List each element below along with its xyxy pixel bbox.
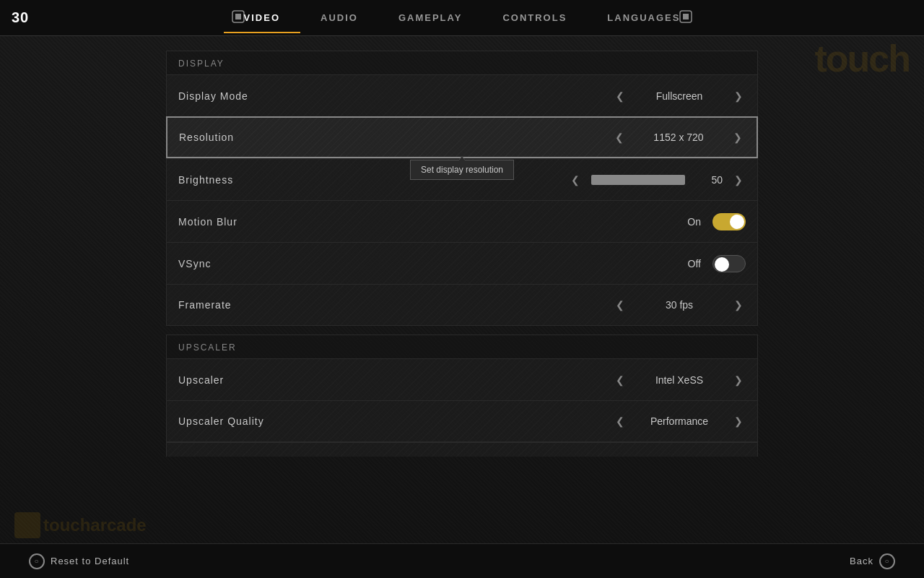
framerate-arrow-left[interactable]: ❮ [613, 299, 627, 311]
settings-row-motion-blur[interactable]: Motion Blur On [166, 200, 758, 242]
settings-row-framerate[interactable]: Framerate ❮ 30 fps ❯ [166, 284, 758, 326]
motion-blur-label: Motion Blur [178, 216, 237, 228]
upscaler-value: Intel XeSS [636, 374, 723, 386]
display-mode-value: Fullscreen [636, 90, 723, 102]
svg-rect-3 [683, 14, 689, 20]
brightness-arrow-left[interactable]: ❮ [568, 174, 583, 186]
vsync-label: VSync [178, 258, 211, 269]
back-button[interactable]: Back ○ [850, 553, 895, 569]
brightness-value: 50 [694, 174, 723, 186]
main-content: Display Display Mode ❮ Fullscreen ❯ Reso… [0, 36, 924, 457]
framerate-control: ❮ 30 fps ❯ [613, 299, 746, 311]
upscaler-label: Upscaler [178, 374, 224, 386]
settings-row-upscaler[interactable]: Upscaler ❮ Intel XeSS ❯ [166, 358, 758, 400]
brightness-slider[interactable] [591, 175, 685, 185]
navigation-tabs: VIDEO AUDIO GAMEPLAY CONTROLS LANGUAGES [224, 2, 701, 33]
vsync-toggle[interactable] [712, 255, 746, 272]
resolution-arrow-right[interactable]: ❯ [731, 131, 745, 143]
motion-blur-control: On [687, 213, 746, 230]
motion-blur-state-label: On [687, 216, 701, 228]
framerate-value: 30 fps [636, 299, 723, 311]
back-button-label: Back [850, 556, 873, 566]
section-spacer-1 [166, 326, 758, 335]
bottom-bar: ○ Reset to Default Back ○ [0, 543, 924, 578]
vsync-control: Off [688, 255, 746, 272]
display-mode-label: Display Mode [178, 90, 248, 102]
settings-row-upscaler-quality[interactable]: Upscaler Quality ❮ Performance ❯ [166, 400, 758, 442]
display-mode-arrow-left[interactable]: ❮ [613, 90, 627, 102]
back-button-icon: ○ [879, 553, 895, 569]
display-mode-control: ❮ Fullscreen ❯ [613, 90, 746, 102]
settings-row-vsync[interactable]: VSync Off [166, 242, 758, 284]
top-navigation-bar: 30 VIDEO AUDIO GAMEPLAY CONTROLS LANGUAG… [0, 0, 924, 36]
upscaler-quality-label: Upscaler Quality [178, 415, 264, 427]
reset-button-label: Reset to Default [51, 556, 129, 566]
motion-blur-toggle-knob [730, 215, 744, 229]
brightness-arrow-right[interactable]: ❯ [731, 174, 746, 186]
section-display-label: Display [166, 51, 758, 74]
resolution-value: 1152 x 720 [635, 131, 722, 143]
reset-to-default-button[interactable]: ○ Reset to Default [29, 553, 129, 569]
framerate-arrow-right[interactable]: ❯ [731, 299, 746, 311]
vsync-toggle-knob [715, 257, 729, 272]
tab-video[interactable]: VIDEO [224, 2, 300, 33]
resolution-arrow-left[interactable]: ❮ [612, 131, 627, 143]
upscaler-quality-arrow-left[interactable]: ❮ [613, 415, 627, 427]
upscaler-arrow-right[interactable]: ❯ [731, 374, 746, 386]
reset-button-icon: ○ [29, 553, 45, 569]
tab-controls[interactable]: CONTROLS [482, 2, 587, 33]
upscaler-quality-value: Performance [636, 415, 723, 427]
settings-row-display-mode[interactable]: Display Mode ❮ Fullscreen ❯ [166, 74, 758, 116]
settings-row-brightness[interactable]: Brightness ❮ 50 ❯ [166, 158, 758, 200]
upscaler-quality-control: ❮ Performance ❯ [613, 415, 746, 427]
brightness-control: ❮ 50 ❯ [568, 174, 746, 186]
settings-panel: Display Display Mode ❮ Fullscreen ❯ Reso… [166, 51, 758, 457]
motion-blur-toggle[interactable] [712, 213, 746, 230]
upscaler-control: ❮ Intel XeSS ❯ [613, 374, 746, 386]
display-mode-arrow-right[interactable]: ❯ [731, 90, 746, 102]
section-upscaler-label: Upscaler [166, 335, 758, 358]
upscaler-quality-arrow-right[interactable]: ❯ [731, 415, 746, 427]
vsync-state-label: Off [688, 258, 701, 269]
settings-row-resolution[interactable]: Resolution ❮ 1152 x 720 ❯ Set display re… [166, 116, 758, 158]
tab-gameplay[interactable]: GAMEPLAY [378, 2, 482, 33]
resolution-label: Resolution [179, 131, 234, 143]
tab-audio[interactable]: AUDIO [300, 2, 378, 33]
nav-icon-right [679, 9, 693, 26]
brightness-label: Brightness [178, 174, 233, 186]
app-logo: 30 [12, 9, 29, 26]
resolution-control: ❮ 1152 x 720 ❯ [612, 131, 745, 143]
framerate-label: Framerate [178, 299, 232, 311]
settings-row-partial [166, 442, 758, 457]
upscaler-arrow-left[interactable]: ❮ [613, 374, 627, 386]
